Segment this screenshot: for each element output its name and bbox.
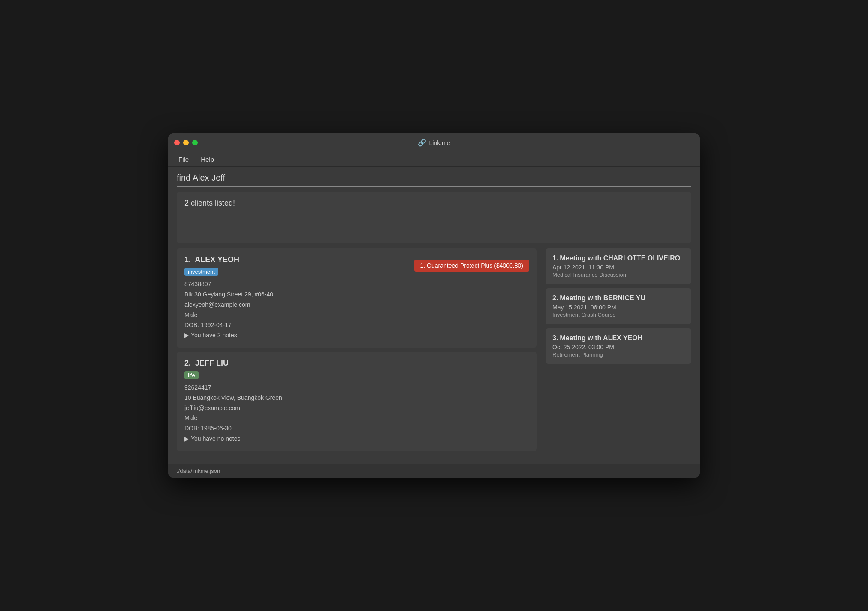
- statusbar-text: ./data/linkme.json: [177, 468, 220, 474]
- app-window: 🔗 Link.me File Help find Alex Jeff 2 cli…: [168, 133, 700, 478]
- client-1-phone: 87438807: [184, 279, 406, 290]
- client-1-info: 87438807 Blk 30 Geylang Street 29, #06-4…: [184, 279, 406, 341]
- titlebar: 🔗 Link.me: [168, 133, 700, 152]
- minimize-button[interactable]: [183, 140, 189, 145]
- result-box: 2 clients listed!: [177, 192, 691, 243]
- meeting-1-desc: Medical Insurance Discussion: [552, 272, 684, 278]
- maximize-button[interactable]: [192, 140, 198, 145]
- client-1-right: 1. Guaranteed Protect Plus ($4000.80): [406, 255, 529, 272]
- client-1-email: alexyeoh@example.com: [184, 300, 406, 310]
- client-1-notes-toggle[interactable]: ▶ You have 2 notes: [184, 330, 406, 341]
- client-card-1: 1. ALEX YEOH investment 87438807 Blk 30 …: [177, 248, 537, 348]
- meeting-card-1: 1.Meeting with CHARLOTTE OLIVEIRO Apr 12…: [546, 248, 691, 284]
- meeting-2-desc: Investment Crash Course: [552, 312, 684, 318]
- main-content: 1. ALEX YEOH investment 87438807 Blk 30 …: [168, 248, 700, 464]
- client-2-address: 10 Buangkok View, Buangkok Green: [184, 393, 529, 403]
- search-bar-container: find Alex Jeff: [168, 167, 700, 187]
- client-2-notes-toggle[interactable]: ▶ You have no notes: [184, 434, 529, 444]
- client-2-name: 2. JEFF LIU: [184, 359, 529, 368]
- client-1-gender: Male: [184, 310, 406, 321]
- client-2-gender: Male: [184, 413, 529, 423]
- meeting-2-title: 2.Meeting with BERNICE YU: [552, 294, 684, 302]
- meeting-1-title: 1.Meeting with CHARLOTTE OLIVEIRO: [552, 254, 684, 262]
- window-title: 🔗 Link.me: [418, 139, 450, 147]
- meeting-2-date: May 15 2021, 06:00 PM: [552, 304, 684, 311]
- client-1-dob: DOB: 1992-04-17: [184, 320, 406, 330]
- meeting-card-2: 2.Meeting with BERNICE YU May 15 2021, 0…: [546, 288, 691, 324]
- client-1-address: Blk 30 Geylang Street 29, #06-40: [184, 290, 406, 300]
- meeting-3-title: 3.Meeting with ALEX YEOH: [552, 334, 684, 342]
- client-2-phone: 92624417: [184, 383, 529, 393]
- meeting-3-date: Oct 25 2022, 03:00 PM: [552, 344, 684, 351]
- client-2-info: 92624417 10 Buangkok View, Buangkok Gree…: [184, 383, 529, 444]
- menubar: File Help: [168, 152, 700, 167]
- app-title: Link.me: [429, 139, 450, 146]
- statusbar: ./data/linkme.json: [168, 464, 700, 478]
- clients-section: 1. ALEX YEOH investment 87438807 Blk 30 …: [177, 248, 537, 455]
- meeting-1-date: Apr 12 2021, 11:30 PM: [552, 264, 684, 271]
- meetings-section: 1.Meeting with CHARLOTTE OLIVEIRO Apr 12…: [546, 248, 691, 455]
- app-icon: 🔗: [418, 139, 426, 147]
- client-1-tag: investment: [184, 268, 218, 276]
- close-button[interactable]: [174, 140, 180, 145]
- result-text: 2 clients listed!: [184, 199, 235, 207]
- menu-help[interactable]: Help: [199, 155, 216, 164]
- menu-file[interactable]: File: [177, 155, 190, 164]
- client-1-left: 1. ALEX YEOH investment 87438807 Blk 30 …: [184, 255, 406, 341]
- client-2-email: jeffliu@example.com: [184, 403, 529, 414]
- client-2-dob: DOB: 1985-06-30: [184, 423, 529, 434]
- client-1-name: 1. ALEX YEOH: [184, 255, 406, 264]
- meeting-3-desc: Retirement Planning: [552, 351, 684, 358]
- client-2-tag: life: [184, 371, 199, 379]
- meeting-card-3: 3.Meeting with ALEX YEOH Oct 25 2022, 03…: [546, 328, 691, 364]
- client-1-top: 1. ALEX YEOH investment 87438807 Blk 30 …: [184, 255, 529, 341]
- search-input[interactable]: find Alex Jeff: [177, 173, 691, 187]
- client-card-2: 2. JEFF LIU life 92624417 10 Buangkok Vi…: [177, 352, 537, 451]
- traffic-lights: [174, 140, 198, 145]
- client-1-policy: 1. Guaranteed Protect Plus ($4000.80): [414, 260, 529, 272]
